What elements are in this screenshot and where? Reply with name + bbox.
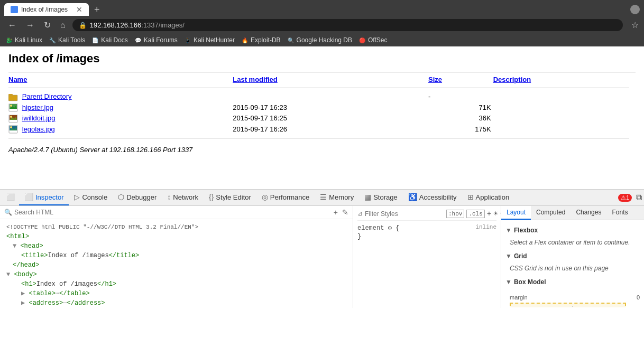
devtools-toolbar: ⬜ ⬜ Inspector ▷ Console ⬡ Debugger ↕ Net… bbox=[0, 190, 644, 206]
network-label: Network bbox=[173, 193, 198, 201]
margin-label: margin bbox=[510, 294, 528, 301]
active-tab[interactable]: Index of /images ✕ bbox=[4, 3, 89, 16]
bookmark-star-icon[interactable]: ☆ bbox=[631, 20, 639, 30]
changes-tab[interactable]: Changes bbox=[571, 206, 606, 220]
header-divider bbox=[8, 72, 636, 72]
html-panel: 🔍 + ✎ <!DOCTYPE html PUBLIC "-//W3C//DTD… bbox=[0, 206, 353, 308]
right-panel: Layout Computed Changes Fonts ▼ Flexbox … bbox=[501, 206, 644, 308]
bookmark-exploit-db[interactable]: 🔥 Exploit-DB bbox=[241, 36, 281, 44]
bookmark-label: Exploit-DB bbox=[251, 36, 281, 44]
bookmark-kali-tools[interactable]: 🔧 Kali Tools bbox=[49, 36, 85, 44]
svg-point-9 bbox=[10, 116, 12, 118]
computed-tab[interactable]: Computed bbox=[531, 206, 571, 220]
bookmark-kali-linux[interactable]: 🐉 Kali Linux bbox=[5, 36, 42, 44]
bookmark-offsec[interactable]: 🔴 OffSec bbox=[358, 36, 387, 44]
bookmarks-bar: 🐉 Kali Linux 🔧 Kali Tools 📄 Kali Docs 💬 … bbox=[0, 34, 644, 46]
debugger-icon: ⬡ bbox=[118, 193, 124, 201]
legolas-desc bbox=[493, 124, 636, 135]
iwilldoit-link[interactable]: iwilldoit.jpg bbox=[22, 114, 56, 122]
table-row: iwilldoit.jpg 2015-09-17 16:25 36K bbox=[8, 113, 636, 124]
box-model-visual: margin 0 bbox=[510, 294, 640, 301]
add-attribute-button[interactable]: + bbox=[334, 208, 338, 217]
parent-desc bbox=[493, 91, 636, 102]
devtools-tab-performance[interactable]: ◎ Performance bbox=[256, 190, 315, 205]
devtools-tab-network[interactable]: ↕ Network bbox=[162, 190, 204, 205]
accessibility-label: Accessibility bbox=[419, 193, 457, 201]
legolas-size: 175K bbox=[428, 124, 493, 135]
debugger-label: Debugger bbox=[126, 193, 157, 201]
pseudo-cls-button[interactable]: .cls bbox=[466, 210, 484, 218]
flexbox-body-text: Select a Flex container or item to conti… bbox=[510, 239, 630, 246]
grid-section-header[interactable]: ▼ Grid bbox=[505, 250, 640, 262]
table-row: hipster.jpg 2015-09-17 16:23 71K bbox=[8, 102, 636, 114]
iwilldoit-modified: 2015-09-17 16:25 bbox=[233, 113, 428, 124]
light-theme-button[interactable]: ☀ bbox=[493, 209, 498, 218]
search-html-input[interactable] bbox=[14, 209, 332, 216]
back-button[interactable]: ← bbox=[5, 20, 19, 31]
bookmark-kali-docs[interactable]: 📄 Kali Docs bbox=[91, 36, 128, 44]
address-bar[interactable]: 🔒 192.168.126.166:1337/images/ bbox=[72, 19, 623, 31]
image-file-icon bbox=[8, 115, 18, 123]
modified-sort-link[interactable]: Last modified bbox=[233, 76, 278, 83]
accessibility-icon: ♿ bbox=[408, 193, 417, 201]
server-info: Apache/2.4.7 (Ubuntu) Server at 192.168.… bbox=[8, 146, 636, 154]
tab-close-button[interactable]: ✕ bbox=[76, 5, 82, 14]
add-rule-button[interactable]: + bbox=[487, 210, 491, 218]
flexbox-section-header[interactable]: ▼ Flexbox bbox=[505, 224, 640, 236]
devtools-tab-memory[interactable]: ☰ Memory bbox=[315, 190, 359, 205]
grid-body-text: CSS Grid is not in use on this page bbox=[510, 265, 609, 272]
bookmark-kali-forums[interactable]: 💬 Kali Forums bbox=[134, 36, 178, 44]
devtools-tab-inspector[interactable]: ⬜ Inspector bbox=[19, 190, 69, 205]
devtools-tab-style-editor[interactable]: {} Style Editor bbox=[204, 190, 256, 205]
profile-icon[interactable] bbox=[630, 5, 640, 14]
flexbox-section-body: Select a Flex container or item to conti… bbox=[505, 236, 640, 248]
reload-button[interactable]: ↻ bbox=[41, 19, 53, 31]
pick-element-button[interactable]: ✎ bbox=[342, 208, 348, 217]
legolas-link[interactable]: legolas.jpg bbox=[22, 125, 55, 133]
html-line: ▼ <body> bbox=[4, 270, 348, 279]
forward-button[interactable]: → bbox=[23, 20, 37, 31]
search-icon: 🔍 bbox=[4, 209, 12, 216]
pseudo-hov-button[interactable]: :hov bbox=[446, 210, 464, 218]
parent-dir-link[interactable]: Parent Directory bbox=[22, 92, 72, 100]
devtools-tab-debugger[interactable]: ⬡ Debugger bbox=[113, 190, 162, 205]
bookmark-google-hacking[interactable]: 🔍 Google Hacking DB bbox=[287, 36, 352, 44]
close-devtools-button[interactable]: ⧉ bbox=[636, 193, 642, 202]
performance-icon: ◎ bbox=[262, 193, 268, 201]
box-model-section-header[interactable]: ▼ Box Model bbox=[505, 276, 640, 288]
parent-size: - bbox=[428, 91, 493, 102]
devtools-tab-picker[interactable]: ⬜ bbox=[2, 190, 19, 205]
flexbox-toggle-icon: ▼ bbox=[505, 227, 512, 234]
devtools-tab-console[interactable]: ▷ Console bbox=[69, 190, 113, 205]
layout-panel-content: ▼ Flexbox Select a Flex container or ite… bbox=[501, 220, 644, 307]
hipster-link[interactable]: hipster.jpg bbox=[22, 104, 53, 111]
search-actions: + ✎ bbox=[334, 208, 348, 217]
bookmark-kali-nethunter[interactable]: 📱 Kali NetHunter bbox=[184, 36, 235, 44]
kali-docs-icon: 📄 bbox=[91, 36, 99, 44]
parent-modified bbox=[233, 91, 428, 102]
box-model-toggle-icon: ▼ bbox=[505, 278, 512, 286]
filter-styles-input[interactable] bbox=[365, 210, 444, 218]
bookmark-label: Kali Docs bbox=[101, 36, 128, 44]
home-button[interactable]: ⌂ bbox=[58, 20, 68, 31]
settings-icon[interactable]: ⚙ bbox=[388, 224, 392, 232]
html-source-view: <!DOCTYPE html PUBLIC "-//W3C//DTD HTML … bbox=[0, 219, 353, 305]
bookmark-label: Kali NetHunter bbox=[194, 36, 235, 44]
desc-sort-link[interactable]: Description bbox=[493, 76, 531, 83]
devtools-tab-application[interactable]: ⊞ Application bbox=[462, 190, 515, 205]
bookmark-label: Google Hacking DB bbox=[297, 36, 352, 44]
layout-tab[interactable]: Layout bbox=[501, 206, 531, 220]
console-label: Console bbox=[82, 193, 107, 201]
memory-icon: ☰ bbox=[320, 193, 327, 201]
name-sort-link[interactable]: Name bbox=[8, 76, 27, 83]
error-badge: ⚠1 bbox=[618, 194, 632, 202]
kali-forums-icon: 💬 bbox=[134, 36, 142, 44]
fonts-tab[interactable]: Fonts bbox=[606, 206, 633, 220]
devtools-tab-storage[interactable]: ▦ Storage bbox=[359, 190, 403, 205]
new-tab-button[interactable]: + bbox=[91, 4, 103, 15]
filter-bar: ⊿ :hov .cls + ☀ ☾ 📷 bbox=[357, 209, 496, 221]
html-line: <html> bbox=[4, 232, 348, 241]
devtools-tab-accessibility[interactable]: ♿ Accessibility bbox=[403, 190, 462, 205]
size-sort-link[interactable]: Size bbox=[428, 76, 442, 83]
html-search-bar: 🔍 + ✎ bbox=[0, 206, 353, 219]
